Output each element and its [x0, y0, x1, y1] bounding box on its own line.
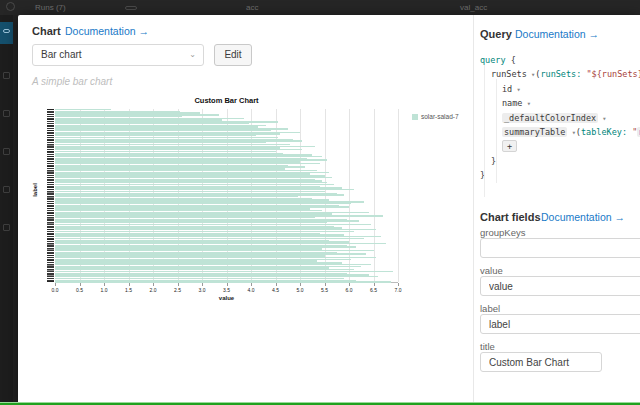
gridline: [398, 109, 399, 282]
tick-mark: [276, 283, 277, 286]
tick-mark: [251, 283, 252, 286]
code-token: runSets: [491, 69, 527, 79]
y-axis-label: label: [32, 183, 38, 197]
chevron-down-icon: ⌄: [189, 45, 196, 65]
sidebar-charts-icon[interactable]: [3, 110, 10, 117]
indent-guide: [496, 79, 497, 183]
y-axis-tick-labels: [47, 109, 54, 283]
code-line: }: [480, 154, 640, 168]
tick-mark: [398, 283, 399, 286]
sidebar-sweeps-icon[interactable]: [3, 148, 10, 155]
groupkeys-input[interactable]: [480, 238, 640, 258]
field-label-title: title: [480, 341, 495, 352]
tick-label: 0.0: [45, 287, 65, 293]
code-line: runSets ▾(runSets: "${runSets}" ▾: [480, 67, 640, 81]
tick-mark: [178, 283, 179, 286]
tick-label: 3.0: [192, 287, 212, 293]
column-header-val-acc: val_acc: [460, 3, 487, 12]
chart-title: Custom Bar Chart: [55, 96, 398, 105]
chart-doc-link[interactable]: Documentation →: [65, 25, 149, 37]
tick-label: 2.0: [143, 287, 163, 293]
code-token: name: [502, 98, 522, 108]
tick-label: 6.0: [339, 287, 359, 293]
code-line: id ▾: [480, 82, 640, 96]
tick-mark: [80, 283, 81, 286]
sidebar-artifacts-icon[interactable]: [3, 224, 10, 231]
dropdown-arrow-icon[interactable]: ▾: [527, 71, 535, 79]
code-token: {: [511, 55, 516, 65]
code-token: runSets:: [540, 69, 581, 79]
tick-mark: [325, 283, 326, 286]
code-line: +: [480, 139, 640, 153]
code-line: _defaultColorIndex ▾: [480, 111, 640, 125]
dropdown-arrow-icon[interactable]: ▾: [512, 86, 520, 94]
chart-editor-modal: Chart Documentation → Bar chart ⌄ Edit A…: [18, 15, 640, 403]
label-input[interactable]: [480, 314, 640, 334]
code-line: summaryTable ▾(tableKey: "my_ba: [480, 125, 640, 139]
dropdown-arrow-icon[interactable]: ▾: [598, 115, 606, 123]
tick-label: 0.5: [70, 287, 90, 293]
tick-label: 1.0: [94, 287, 114, 293]
bar-chart-plot-area: [55, 109, 398, 283]
tick-mark: [227, 283, 228, 286]
field-label-groupkeys: groupKeys: [480, 227, 525, 238]
tick-label: 4.0: [241, 287, 261, 293]
panel-divider: [473, 15, 474, 403]
chart-fields-title: Chart fields: [480, 211, 541, 223]
query-code-editor[interactable]: query {runSets ▾(runSets: "${runSets}" ▾…: [480, 53, 640, 183]
chart-panel-title: Chart: [32, 25, 61, 37]
code-token: tableKey:: [581, 127, 627, 137]
value-input[interactable]: [480, 276, 640, 296]
query-panel-title: Query: [480, 28, 512, 40]
background-table-header: Runs (7) acc val_acc: [0, 0, 640, 15]
code-token[interactable]: _defaultColorIndex: [502, 113, 598, 123]
runs-count-label: Runs (7): [35, 3, 66, 12]
code-token: query: [480, 55, 511, 65]
tick-mark: [300, 283, 301, 286]
code-token[interactable]: summaryTable: [502, 127, 567, 137]
tick-label: 1.5: [119, 287, 139, 293]
chart-description: A simple bar chart: [32, 76, 112, 87]
chart-type-selected-value: Bar chart: [41, 49, 82, 60]
chart-legend: solar-salad-7: [412, 113, 459, 120]
sidebar-reports-icon[interactable]: [3, 186, 10, 193]
visibility-icon: [125, 6, 137, 10]
tick-label: 5.5: [315, 287, 335, 293]
tick-label: 5.0: [290, 287, 310, 293]
code-token: "${runSets}": [581, 69, 640, 79]
tick-mark: [129, 283, 130, 286]
tick-mark: [55, 283, 56, 286]
edit-button[interactable]: Edit: [214, 44, 252, 66]
code-line: }: [480, 168, 640, 182]
chart-type-select[interactable]: Bar chart ⌄: [32, 44, 204, 66]
tick-label: 3.5: [217, 287, 237, 293]
tick-label: 7.0: [388, 287, 408, 293]
column-header-acc: acc: [246, 3, 258, 12]
title-input[interactable]: [480, 352, 602, 372]
tick-mark: [349, 283, 350, 286]
query-doc-link[interactable]: Documentation →: [515, 28, 599, 40]
run-state-icon: [6, 2, 15, 11]
code-line: query {: [480, 53, 640, 67]
add-field-button[interactable]: +: [502, 140, 517, 152]
x-axis-label: value: [55, 295, 398, 301]
code-token: id: [502, 84, 512, 94]
fields-doc-link[interactable]: Documentation →: [541, 211, 625, 223]
cloud-icon: [3, 29, 10, 33]
legend-swatch: [412, 114, 418, 120]
sidebar-table-icon[interactable]: [3, 72, 10, 79]
dropdown-arrow-icon[interactable]: ▾: [567, 129, 575, 137]
nav-sidebar: [0, 15, 13, 403]
tick-label: 6.5: [364, 287, 384, 293]
indent-guide: [484, 65, 485, 197]
dropdown-arrow-icon[interactable]: ▾: [522, 100, 530, 108]
tick-mark: [104, 283, 105, 286]
legend-label: solar-salad-7: [421, 113, 459, 120]
code-token: ": [627, 127, 637, 137]
field-label-label: label: [480, 303, 500, 314]
tick-mark: [202, 283, 203, 286]
sidebar-item-active[interactable]: [0, 22, 13, 44]
code-line: name ▾: [480, 96, 640, 110]
tick-label: 4.5: [266, 287, 286, 293]
tick-mark: [374, 283, 375, 286]
